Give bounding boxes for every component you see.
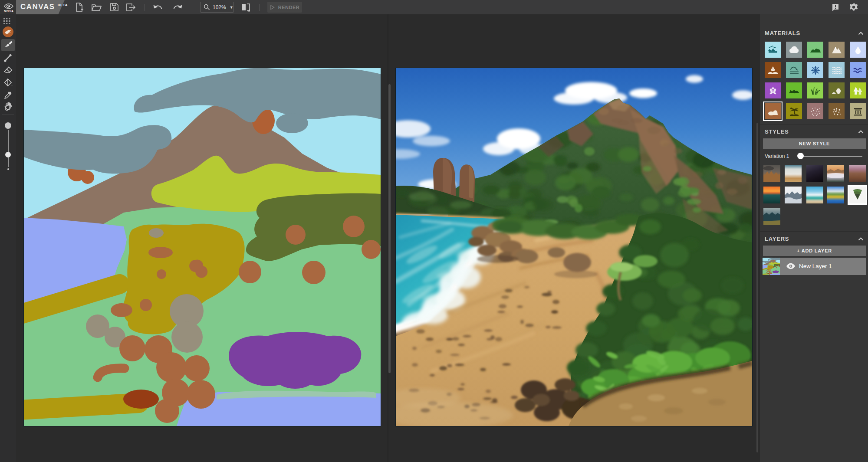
svg-text:NVIDIA: NVIDIA <box>4 10 13 13</box>
